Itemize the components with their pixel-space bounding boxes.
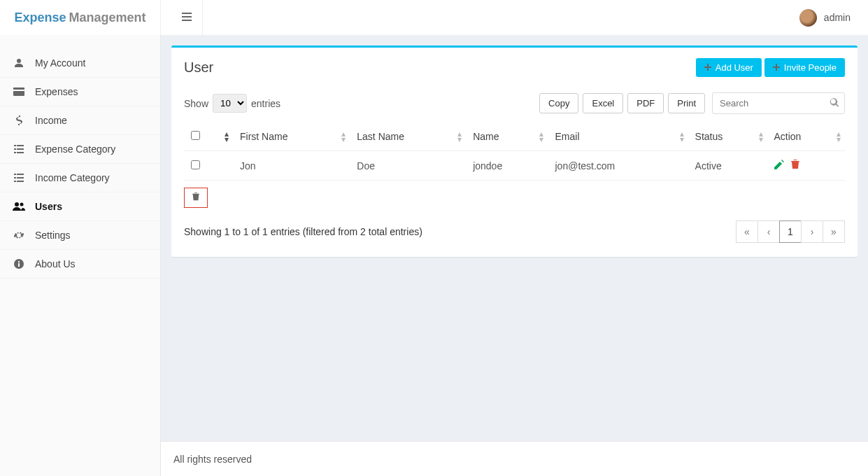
- sidebar-item-label: Settings: [35, 230, 71, 241]
- column-header[interactable]: Name▴▾: [466, 122, 548, 151]
- svg-rect-20: [18, 263, 20, 267]
- content-area: User Add User Invite People Show 10: [161, 35, 868, 441]
- dollar-icon: [13, 115, 25, 125]
- sidebar-item-label: My Account: [35, 57, 85, 69]
- page-first-button[interactable]: «: [736, 220, 758, 243]
- table-toolbar: Show 10 entries CopyExcelPDFPrint: [184, 92, 845, 114]
- svg-point-18: [20, 203, 24, 206]
- pdf-export-button[interactable]: PDF: [627, 93, 664, 113]
- sort-icon: ▴▾: [539, 131, 543, 142]
- footer-text: All rights reserved: [173, 454, 252, 465]
- column-header[interactable]: Last Name▴▾: [350, 122, 466, 151]
- svg-rect-1: [182, 16, 192, 18]
- header-actions: Add User Invite People: [696, 58, 845, 77]
- show-label-pre: Show: [184, 98, 208, 109]
- svg-rect-5: [14, 145, 16, 146]
- svg-rect-9: [14, 152, 16, 153]
- angle-double-right-icon: »: [831, 226, 837, 237]
- svg-rect-14: [17, 177, 24, 178]
- users-icon: [13, 202, 25, 211]
- page-number-button[interactable]: 1: [779, 220, 802, 243]
- search-wrap: [712, 92, 845, 114]
- copy-export-button[interactable]: Copy: [539, 93, 578, 113]
- sidebar-item-my-account[interactable]: My Account: [0, 49, 160, 78]
- select-all-checkbox[interactable]: [191, 131, 200, 140]
- search-input[interactable]: [712, 92, 845, 114]
- user-icon: [13, 58, 25, 68]
- cogs-icon: [13, 230, 25, 241]
- column-header[interactable]: Action▴▾: [767, 122, 846, 151]
- plus-icon: [704, 62, 711, 73]
- sort-icon: ▴▾: [680, 131, 684, 142]
- top-header: Expense Management admin: [0, 0, 868, 35]
- column-header[interactable]: Email▴▾: [548, 122, 688, 151]
- sidebar-item-label: Expenses: [35, 86, 78, 97]
- svg-rect-23: [704, 66, 711, 68]
- column-label: Name: [473, 131, 499, 142]
- brand-primary: Expense: [14, 10, 66, 25]
- page-title: User: [184, 59, 213, 76]
- sidebar-item-users[interactable]: Users: [0, 192, 160, 221]
- print-export-button[interactable]: Print: [668, 93, 705, 113]
- avatar: [799, 9, 817, 27]
- search-icon: [830, 97, 839, 109]
- column-label: Status: [695, 131, 723, 142]
- sidebar-item-about-us[interactable]: About Us: [0, 250, 160, 279]
- username-label: admin: [824, 12, 851, 23]
- page-number: 1: [788, 226, 793, 237]
- sort-icon: ▴▾: [837, 131, 841, 142]
- add-user-label: Add User: [716, 62, 753, 73]
- sidebar: My AccountExpensesIncomeExpense Category…: [0, 35, 161, 476]
- edit-row-button[interactable]: [774, 160, 784, 172]
- sort-icon: ▴▾: [341, 131, 346, 142]
- svg-rect-16: [17, 181, 24, 182]
- cell-email: jon@test.com: [548, 151, 688, 181]
- sidebar-item-income-category[interactable]: Income Category: [0, 164, 160, 192]
- excel-export-button[interactable]: Excel: [583, 93, 623, 113]
- sidebar-item-label: Income: [35, 115, 67, 126]
- sidebar-item-income[interactable]: Income: [0, 106, 160, 135]
- cell-status: Active: [688, 151, 767, 181]
- svg-rect-3: [13, 88, 24, 96]
- svg-rect-7: [14, 148, 16, 150]
- show-label-post: entries: [251, 98, 280, 109]
- sidebar-toggle-button[interactable]: [171, 0, 203, 35]
- sidebar-item-expense-category[interactable]: Expense Category: [0, 135, 160, 164]
- delete-row-button[interactable]: [791, 160, 799, 172]
- sidebar-item-settings[interactable]: Settings: [0, 221, 160, 250]
- sidebar-item-label: About Us: [35, 258, 76, 270]
- bars-icon: [182, 12, 192, 24]
- list-icon: [13, 174, 25, 182]
- sidebar-item-label: Income Category: [35, 172, 110, 183]
- column-header[interactable]: First Name▴▾: [233, 122, 350, 151]
- column-header[interactable]: Status▴▾: [688, 122, 767, 151]
- svg-rect-25: [773, 66, 780, 68]
- sort-icon: ▴▾: [457, 131, 462, 142]
- svg-rect-10: [17, 152, 24, 153]
- table-row: JonDoejondoejon@test.comActive: [184, 151, 845, 181]
- info-icon: [13, 259, 25, 269]
- svg-rect-13: [14, 177, 16, 178]
- svg-rect-12: [17, 174, 24, 175]
- column-header[interactable]: ▴▾: [184, 122, 233, 151]
- app-footer: All rights reserved: [161, 441, 868, 476]
- svg-rect-21: [18, 261, 20, 262]
- page-size-select[interactable]: 10: [213, 94, 247, 113]
- bulk-delete-button[interactable]: [184, 188, 208, 208]
- right-tools: CopyExcelPDFPrint: [539, 92, 845, 114]
- table-info: Showing 1 to 1 of 1 entries (filtered fr…: [184, 226, 422, 237]
- sidebar-item-expenses[interactable]: Expenses: [0, 78, 160, 106]
- svg-point-17: [15, 202, 19, 206]
- page-next-button[interactable]: ›: [801, 220, 823, 243]
- invite-people-button[interactable]: Invite People: [764, 58, 845, 77]
- svg-rect-2: [182, 20, 192, 21]
- plus-icon: [773, 62, 780, 73]
- page-prev-button[interactable]: ‹: [757, 220, 780, 243]
- row-select-checkbox[interactable]: [191, 160, 200, 169]
- user-menu[interactable]: admin: [799, 9, 858, 27]
- trash-icon: [192, 192, 200, 203]
- users-table: ▴▾First Name▴▾Last Name▴▾Name▴▾Email▴▾St…: [184, 122, 845, 181]
- page-last-button[interactable]: »: [823, 220, 845, 243]
- add-user-button[interactable]: Add User: [696, 58, 762, 77]
- sort-icon: ▴▾: [759, 131, 763, 142]
